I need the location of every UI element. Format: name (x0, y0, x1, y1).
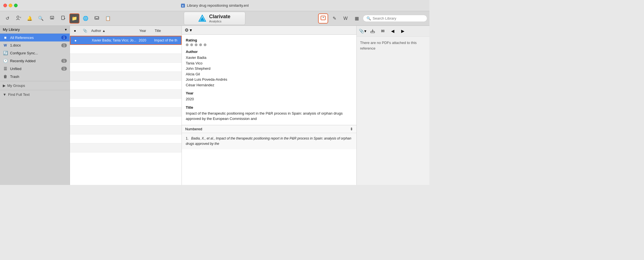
col-author-header[interactable]: Author ▲ (90, 29, 138, 33)
edit-citations-button[interactable]: ✎ (329, 13, 339, 24)
table-row-empty-3 (70, 63, 182, 72)
rating-dot-3[interactable] (195, 43, 198, 46)
minimize-button[interactable] (9, 4, 12, 7)
author-header-label: Author (91, 29, 101, 33)
citation-text: Badia, X., et al., Impact of the therape… (186, 136, 351, 146)
year-header-label: Year (139, 29, 146, 33)
author-4: Alicia Gil (186, 71, 352, 77)
sidebar-item-1docx[interactable]: W 1.docx 1 (0, 41, 70, 49)
ref-list-header: ● 📎 Author ▲ Year Title (70, 26, 182, 36)
citation-style-dropdown[interactable]: Numbered ⇕ (182, 125, 356, 133)
table-row[interactable]: ● Xavier Badia; Tania Vico; Jo... 2020 I… (70, 36, 182, 45)
import-button[interactable] (47, 13, 57, 24)
chevron-down-icon: ▾ (65, 27, 67, 32)
brand-name: Clarivate (209, 14, 230, 20)
brand-sub: Analytics (209, 20, 221, 23)
sidebar-item-trash[interactable]: 🗑 Trash (0, 73, 70, 80)
rating-dot-4[interactable] (199, 43, 202, 46)
author-section-label: Author (186, 50, 352, 54)
rating-dot-2[interactable] (190, 43, 193, 46)
share-button[interactable] (368, 27, 377, 35)
title-header-label: Title (155, 29, 161, 33)
find-full-text-label: Find Full Text (8, 92, 30, 97)
magnify-icon: 🔍 (38, 16, 44, 21)
svg-rect-6 (62, 16, 64, 20)
rating-section-label: Rating (186, 38, 352, 42)
table-row-empty-1 (70, 45, 182, 54)
sidebar-item-unfiled[interactable]: ☰ Unfiled 1 (0, 65, 70, 73)
docx-icon: W (3, 43, 8, 47)
year-section-label: Year (186, 91, 352, 95)
prev-icon: ◀ (391, 29, 394, 34)
share-icon (370, 29, 375, 34)
next-button[interactable]: ▶ (399, 27, 407, 35)
docx-label: 1.docx (10, 43, 59, 47)
unfiled-label: Unfiled (10, 67, 59, 71)
sync-sidebar-icon: 🔄 (3, 51, 8, 55)
paperclip-icon: 📎 (359, 29, 364, 34)
search-preview-button[interactable]: 🔍 (36, 13, 46, 24)
sidebar-item-configure-sync[interactable]: 🔄 Configure Sync... (0, 49, 70, 57)
new-ref-button[interactable] (58, 13, 68, 24)
attach-button[interactable]: 📎 ▾ (358, 27, 367, 35)
rating-dot-1[interactable] (186, 43, 189, 46)
right-panel-content: There are no PDFs attached to this refer… (357, 37, 429, 54)
author-list: Xavier Badia Tania Vico John Shepherd Al… (186, 55, 352, 88)
sync-button[interactable]: ↺ (2, 13, 12, 24)
open-library-button[interactable] (92, 13, 102, 24)
folder-button[interactable]: 📁 (69, 13, 79, 24)
cite-button[interactable]: ❞ (318, 13, 328, 24)
search-box[interactable]: 🔍 (363, 15, 427, 22)
layout-icon: ▦ (355, 16, 359, 21)
toolbar: ↺ + 🔔 🔍 📁 🌐 📋 (0, 11, 429, 26)
sidebar-section-find-full-text[interactable]: ▼ Find Full Text (0, 91, 70, 98)
table-row-empty-12 (70, 143, 182, 152)
all-refs-badge: 1 (61, 36, 67, 40)
my-library-label: My Library (3, 27, 20, 32)
author-5: José Luis Poveda-Andrés (186, 77, 352, 82)
recently-added-badge: 1 (61, 59, 67, 63)
new-ref-icon (61, 16, 65, 21)
copy-button[interactable]: 📋 (103, 13, 113, 24)
col-dot-header: ● (70, 29, 80, 33)
dot-header-icon: ● (74, 29, 76, 33)
sidebar-item-recently-added[interactable]: 🕐 Recently Added 1 (0, 57, 70, 65)
row-dot: ● (70, 38, 81, 43)
sidebar-divider-1 (0, 81, 70, 81)
bell-button[interactable]: 🔔 (25, 13, 35, 24)
sidebar-header: My Library ▾ (0, 26, 70, 34)
word-button[interactable]: W (340, 13, 351, 24)
citation-box: 1. Badia, X., et al., Impact of the ther… (182, 133, 356, 149)
gear-button[interactable]: ⚙ ▾ (185, 27, 192, 33)
col-title-header[interactable]: Title (154, 29, 182, 33)
search-input[interactable] (373, 16, 424, 20)
row-dot-icon: ● (74, 38, 77, 43)
sidebar-item-all-references[interactable]: ■ All References 1 (0, 34, 70, 41)
close-button[interactable] (3, 4, 7, 7)
table-row-empty-6 (70, 90, 182, 99)
chevron-down-sidebar-icon: ▼ (3, 92, 6, 97)
chevron-right-icon: ▶ (3, 83, 6, 88)
recently-added-label: Recently Added (10, 59, 59, 63)
detail-bottom: Numbered ⇕ 1. Badia, X., et al., Impact … (182, 125, 356, 149)
add-user-button[interactable]: + (13, 13, 23, 24)
maximize-button[interactable] (14, 4, 18, 7)
email-button[interactable]: ✉ (379, 27, 387, 35)
globe-button[interactable]: 🌐 (81, 13, 91, 24)
attach-dropdown-icon: ▾ (364, 29, 366, 34)
sidebar-section-my-groups[interactable]: ▶ My Groups (0, 82, 70, 89)
col-year-header[interactable]: Year (138, 29, 154, 33)
rating-dots[interactable] (186, 43, 352, 46)
globe-icon: 🌐 (83, 16, 88, 21)
import-icon (50, 16, 54, 21)
rating-dot-5[interactable] (204, 43, 206, 46)
table-row-empty-11 (70, 134, 182, 143)
unfiled-badge: 1 (61, 67, 67, 71)
layout-button[interactable]: ▦ (352, 13, 362, 24)
author-2: Tania Vico (186, 61, 352, 66)
table-row-empty-7 (70, 99, 182, 108)
all-refs-icon: ■ (3, 35, 8, 40)
prev-button[interactable]: ◀ (389, 27, 397, 35)
no-pdf-text: There are no PDFs attached to this refer… (360, 41, 417, 50)
attach-header-icon: 📎 (83, 29, 87, 33)
